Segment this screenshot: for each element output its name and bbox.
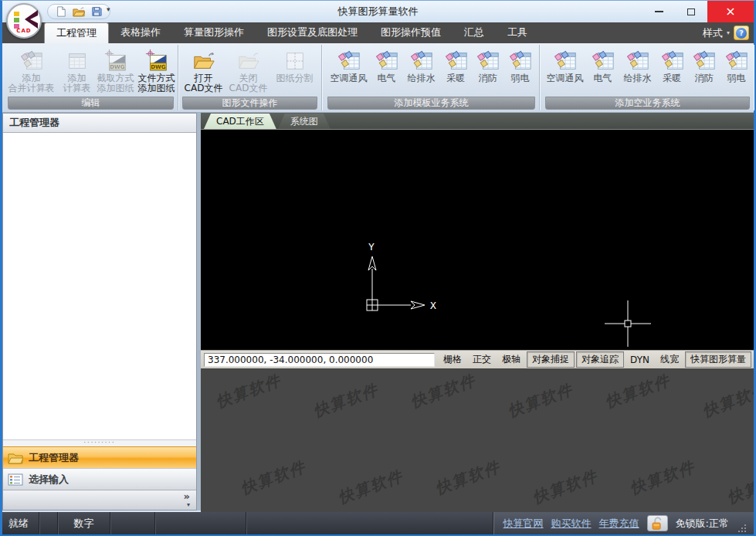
logo-square-yellow [14,12,19,16]
table-diamond-icon [554,48,577,73]
ribbon-group-add-empty-systems: 空调通风 电气 给排水 采暖 消防 [541,45,754,110]
watermark-layer: 快算软件快算软件快算软件快算软件快算软件快算软件快算软件快算软件快算软件快算软件… [201,368,754,512]
help-button[interactable]: ? [734,25,749,40]
toggle-otrack[interactable]: 对象追踪 [576,351,624,368]
tab-graphic-settings[interactable]: 图形设置及底图处理 [256,22,369,43]
link-official-site[interactable]: 快算官网 [503,517,544,531]
title-bar: 快算图形算量软件 ▾ × [2,1,754,22]
status-right-panel: 快算官网 购买软件 年费充值 免锁版:正常 [493,512,754,534]
style-menu-button[interactable]: 样式 [703,26,723,40]
chevron-down-icon[interactable]: ▾ [3,502,190,508]
table-diamond-icon [476,48,500,73]
nav-item-project-manager[interactable]: 工程管理器 [3,446,196,468]
panel-collapse-bar[interactable]: » ▾ [3,490,196,510]
table-diamond-icon [509,48,532,73]
ribbon-button-add-merged-table[interactable]: 添加 合并计算表 [5,47,59,93]
tab-table-operations[interactable]: 表格操作 [109,22,172,43]
ribbon-button-empty-heating[interactable]: 采暖 [657,47,688,83]
group-caption-add-template-systems: 添加模板业务系统 [327,97,535,110]
status-cell-empty [155,512,246,534]
folder-icon [8,452,23,464]
panel-title: 工程管理器 [3,114,196,133]
toggle-ortho[interactable]: 正交 [468,352,496,367]
ribbon-button-add-table[interactable]: 添加 计算表 [59,47,96,93]
table-diamond-icon [20,48,43,73]
toggle-dyn[interactable]: DYN [625,354,654,366]
maximize-icon [687,8,695,15]
minimize-button[interactable] [642,1,675,22]
ribbon-button-template-plumbing[interactable]: 给排水 [402,47,441,83]
close-button[interactable]: × [707,1,754,22]
save-icon[interactable] [91,6,102,17]
new-file-icon[interactable] [56,6,66,17]
group-caption-graphic-file-operations: 图形文件操作 [182,97,317,110]
cad-canvas[interactable]: Y X [201,130,754,350]
ribbon-button-close-cad-file[interactable]: 关闭 CAD文件 [226,47,271,93]
tab-graphic-presets[interactable]: 图形操作预值 [369,22,453,43]
ribbon-button-template-low-voltage[interactable]: 弱电 [504,47,537,83]
coordinate-display: 337.000000, -34.000000, 0.000000 [204,353,435,367]
resize-grip[interactable] [737,523,746,532]
table-diamond-icon [592,48,615,73]
ribbon-button-empty-plumbing[interactable]: 给排水 [619,47,657,83]
toggle-kuaisuan-quantity[interactable]: 快算图形算量 [685,351,751,368]
ribbon-button-empty-fire[interactable]: 消防 [688,47,720,83]
qat-customize-arrow-icon[interactable]: ▾ [107,5,110,13]
toggle-osnap[interactable]: 对象捕捉 [527,351,575,368]
status-cell-empty [110,512,155,534]
status-ready: 就绪 [2,512,39,534]
ribbon-button-add-drawing-by-capture[interactable]: 截取方式 添加图纸 [96,47,136,93]
tab-system-diagram[interactable]: 系统图 [278,114,331,129]
folder-open-icon [192,48,215,73]
tab-quantity-graphic-operations[interactable]: 算量图形操作 [172,22,256,43]
watermark-text: 快算软件 [238,456,309,499]
open-file-icon[interactable] [73,7,85,17]
ribbon-button-template-hvac[interactable]: 空调通风 [327,47,371,83]
svg-text:Y: Y [368,241,375,253]
tab-cad-workspace[interactable]: CAD工作区 [204,114,276,129]
toggle-polar[interactable]: 极轴 [497,352,525,367]
watermark-text: 快算软件 [432,456,503,499]
nav-item-select-input[interactable]: 选择输入 [3,468,196,490]
logo-square-green [14,18,19,22]
ribbon-button-template-heating[interactable]: 采暖 [441,47,472,83]
ribbon-button-drawing-split[interactable]: 图纸分割 [271,47,319,83]
cad-status-bar: 337.000000, -34.000000, 0.000000 栅格 正交 极… [201,350,754,368]
ribbon-button-empty-electrical[interactable]: 电气 [588,47,619,83]
ribbon-group-edit: 添加 合并计算表 添加 计算表 截取方式 添加图纸 文件方式 添加图纸 [4,45,178,110]
table-diamond-icon [693,48,716,73]
tab-summary[interactable]: 汇总 [453,22,496,43]
watermark-text: 快算软件 [335,466,406,508]
unlock-icon [650,517,664,531]
toggle-lineweight[interactable]: 线宽 [656,352,683,367]
window-title: 快算图形算量软件 [2,1,754,22]
link-buy-software[interactable]: 购买软件 [551,517,592,531]
app-logo[interactable]: CAD [6,3,42,39]
ribbon-button-empty-low-voltage[interactable]: 弱电 [720,47,753,83]
panel-splitter-handle[interactable]: ········· [3,439,196,446]
ribbon-button-template-fire[interactable]: 消防 [472,47,504,83]
list-icon [8,473,23,486]
ribbon-button-add-drawing-by-file[interactable]: 文件方式 添加图纸 [136,47,178,93]
project-tree-area[interactable] [3,133,196,439]
chevron-down-icon[interactable]: ▾ [727,29,730,36]
watermark-text: 快算软件 [602,370,673,412]
dwg-file-icon [145,48,168,73]
help-icon: ? [736,28,747,39]
minimize-icon [655,11,663,12]
watermark-text: 快算软件 [505,379,576,422]
tab-tools[interactable]: 工具 [496,22,539,43]
license-lock-button[interactable] [647,515,668,531]
license-status: 免锁版:正常 [676,517,729,531]
link-annual-recharge[interactable]: 年费充值 [599,517,639,531]
toggle-grid[interactable]: 栅格 [439,352,466,367]
ribbon-button-open-cad-file[interactable]: 打开 CAD文件 [181,47,226,93]
ribbon-button-empty-hvac[interactable]: 空调通风 [543,47,588,83]
ribbon-group-graphic-file-operations: 打开 CAD文件 关闭 CAD文件 图纸分割 图形文件操作 [178,45,322,110]
maximize-button[interactable] [675,1,707,22]
watermark-text: 快算软件 [408,370,479,412]
chevron-right-icon[interactable]: » [3,490,190,502]
ribbon-button-template-electrical[interactable]: 电气 [371,47,402,83]
tab-project-management[interactable]: 工程管理 [44,22,109,43]
status-bar: 就绪 数字 快算官网 购买软件 年费充值 免锁版:正常 [2,512,754,534]
